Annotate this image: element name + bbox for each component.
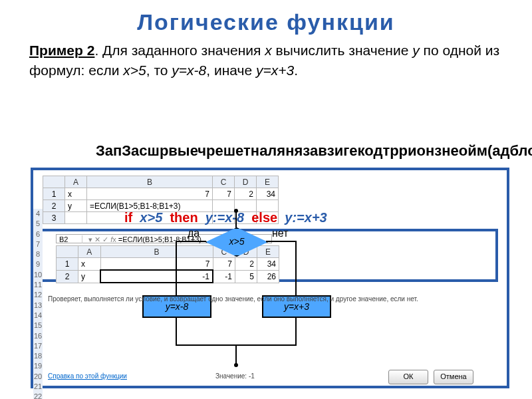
cell[interactable]: y <box>65 200 87 212</box>
edge <box>266 241 297 242</box>
cond: x>5 <box>123 63 146 78</box>
formula-2: y=x+3 <box>256 63 294 78</box>
problem-statement: Пример 2. Для заданного значения x вычис… <box>3 41 529 81</box>
yes-label: да <box>188 227 200 239</box>
flowchart: x>5 да нет y=x-8 y=x+3 <box>89 202 368 375</box>
edge <box>176 241 206 242</box>
txt: . <box>294 63 298 78</box>
col-head[interactable]: E <box>257 176 279 188</box>
row-head[interactable]: 1 <box>57 258 78 271</box>
corner <box>57 246 78 258</box>
no-label: нет <box>272 227 289 239</box>
txt: . Для заданного значения <box>94 43 265 58</box>
row-head[interactable]: 3 <box>43 212 65 224</box>
col-head[interactable]: C <box>213 176 235 188</box>
end-node <box>234 363 238 367</box>
function-hint: Проверяет, выполняется ли условие, и воз… <box>48 295 500 303</box>
col-head[interactable]: A <box>65 176 87 188</box>
slide: Логические функции Пример 2. Для заданно… <box>0 0 532 399</box>
cell[interactable]: 2 <box>235 188 257 200</box>
txt: , иначе <box>206 63 256 78</box>
decision-node: x>5 <box>205 227 268 257</box>
edge <box>295 318 297 344</box>
edge <box>235 344 237 364</box>
cell[interactable]: x <box>65 188 87 200</box>
var-y: y <box>412 43 420 58</box>
val: -1 <box>249 372 255 380</box>
cell[interactable]: 34 <box>257 188 279 200</box>
help-link[interactable]: Справка по этой функции <box>48 372 127 380</box>
ok-button[interactable]: ОК <box>388 370 428 384</box>
value-label: Значение: -1 <box>215 372 255 380</box>
edge <box>235 211 237 229</box>
col-head[interactable]: D <box>235 176 257 188</box>
val-lbl: Значение: <box>215 372 247 380</box>
corner <box>43 176 65 188</box>
formula-1: y=x-8 <box>172 63 206 78</box>
cell[interactable] <box>65 212 87 224</box>
txt: вычислить значение <box>272 43 413 58</box>
edge <box>176 241 177 295</box>
row-head[interactable]: 2 <box>57 270 78 283</box>
row-head[interactable]: 2 <box>43 200 65 212</box>
txt: , то <box>146 63 172 78</box>
name-box[interactable]: B2 <box>59 235 82 243</box>
cell[interactable]: 7 <box>213 188 235 200</box>
cond-label: x>5 <box>229 228 245 255</box>
slide-title: Логические функции <box>3 9 529 35</box>
cancel-button[interactable]: Отмена <box>434 370 473 384</box>
overlapping-subhead: ЗапЗасшрвыечрешетналянязавзигекодтррионз… <box>96 142 532 160</box>
col-head[interactable]: B <box>87 176 213 188</box>
example-label: Пример 2 <box>29 43 94 58</box>
edge <box>295 241 297 295</box>
row-heads-background: 45678910111213141516171819202122 <box>33 209 43 399</box>
edge <box>176 318 177 344</box>
row-head[interactable]: 1 <box>43 188 65 200</box>
var-x: x <box>265 43 272 58</box>
cell[interactable]: 7 <box>87 188 213 200</box>
